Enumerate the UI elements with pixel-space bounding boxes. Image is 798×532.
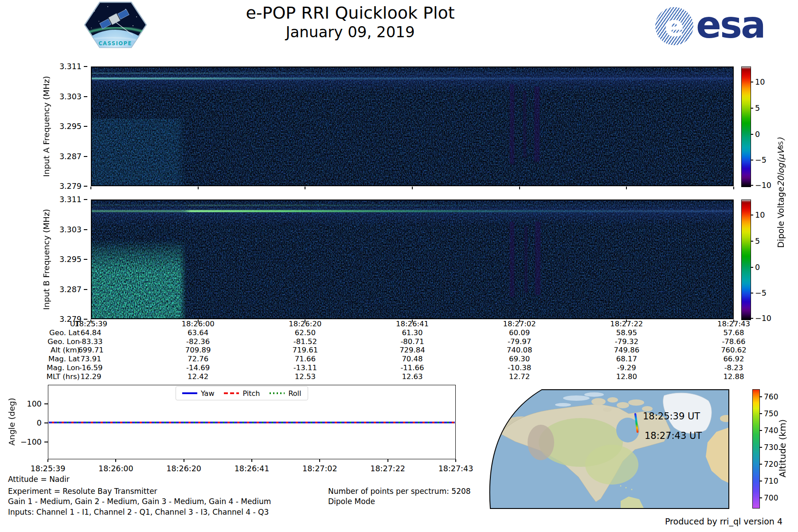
attitude-xtick-label: 18:26:41 (225, 464, 278, 473)
altitude-colorbar-tick-mark (759, 396, 762, 397)
attitude-xtick-label: 18:27:02 (293, 464, 346, 473)
dipole-colorbar-tick-label: −10 (755, 180, 782, 190)
ephemeris-cell: -10.38 (491, 364, 548, 372)
gains-annotation: Gain 1 - Medium, Gain 2 - Medium, Gain 3… (8, 497, 271, 506)
ephemeris-cell: 69.30 (491, 355, 548, 364)
dipole-colorbar-tick-mark (751, 215, 753, 215)
altitude-colorbar-tick-label: 700 (764, 493, 786, 503)
attitude-xtick-mark (184, 459, 184, 462)
freq-tick-label: 3.279 (47, 181, 82, 191)
ephemeris-cell: 12.88 (705, 372, 763, 381)
freq-tick-mark (84, 259, 87, 260)
altitude-colorbar-tick-mark (759, 497, 762, 498)
attitude-ytick-label: 100 (11, 399, 42, 409)
attitude-xtick-label: 18:25:39 (21, 464, 74, 473)
dipole-colorbar-tick-mark (751, 241, 753, 242)
ephemeris-cell: 12.80 (598, 372, 655, 381)
freq-tick-label: 3.287 (47, 285, 82, 294)
altitude-colorbar-tick-label: 750 (764, 409, 786, 419)
freq-tick-label: 3.311 (47, 62, 82, 71)
attitude-xtick-label: 18:26:20 (157, 464, 211, 473)
ephemeris-cell: 61.30 (383, 329, 441, 337)
ephemeris-cell: 58.95 (598, 329, 655, 337)
dipole-mode-annotation: Dipole Mode (328, 497, 375, 506)
attitude-xtick-label: 18:27:22 (361, 464, 415, 473)
ephemeris-cell: 760.62 (705, 346, 763, 355)
dipole-colorbar-tick-mark (751, 293, 753, 293)
dipole-colorbar-tick-label: −5 (755, 288, 782, 298)
dipole-colorbar-tick-mark (751, 267, 753, 268)
ephemeris-cell: 73.91 (62, 355, 120, 364)
dipole-colorbar-tick-label: 5 (755, 103, 782, 113)
ephemeris-cell: 18:27:22 (598, 320, 655, 329)
attitude-xtick-label: 18:26:00 (89, 464, 142, 473)
time-tick-mark (412, 187, 413, 189)
ephemeris-cell: 62.50 (276, 329, 334, 337)
freq-tick-mark (84, 199, 87, 200)
points-per-spectrum-annotation: Number of points per spectrum: 5208 (328, 487, 471, 496)
attitude-xtick-mark (387, 459, 388, 462)
altitude-colorbar-tick-label: 710 (764, 476, 786, 486)
ephemeris-cell: 12.53 (276, 372, 334, 381)
quicklook-plot-page: CASSIOPE e-POP RRI Quicklook Plot Januar… (0, 0, 798, 532)
attitude-annotation: Attitude = Nadir (8, 475, 70, 484)
ephemeris-cell: -80.71 (383, 337, 441, 346)
track-end-time-label: 18:27:43 UT (645, 430, 702, 441)
time-tick-mark (305, 187, 305, 189)
dipole-colorbar-tick-label: 0 (755, 262, 782, 272)
ephemeris-cell: 66.92 (705, 355, 763, 364)
altitude-colorbar-tick-label: 760 (764, 392, 786, 402)
altitude-colorbar-tick-label: 730 (764, 442, 786, 452)
attitude-ytick-label: 0 (11, 418, 42, 428)
time-tick-mark (733, 187, 734, 189)
attitude-zero-line (49, 422, 455, 423)
ephemeris-cell: 18:27:02 (491, 320, 548, 329)
ephemeris-cell: 57.68 (705, 329, 763, 337)
ephemeris-cell: 64.84 (62, 329, 120, 337)
time-tick-mark (519, 187, 520, 189)
attitude-ytick-label: −100 (11, 437, 42, 447)
ephemeris-cell: 740.08 (491, 346, 548, 355)
page-date: January 09, 2019 (151, 23, 550, 41)
produced-by-label: Produced by rri_ql version 4 (605, 517, 782, 526)
altitude-colorbar-tick-mark (759, 430, 762, 431)
dipole-colorbar-tick-mark (751, 185, 753, 186)
pitch-line-icon (224, 392, 239, 394)
legend-item-roll: Roll (270, 389, 301, 398)
ephemeris-cell: 18:26:00 (169, 320, 227, 329)
attitude-ytick-mark (44, 422, 48, 423)
legend-item-pitch: Pitch (224, 389, 260, 398)
ephemeris-cell: 70.48 (383, 355, 441, 364)
ephemeris-cell: 60.09 (491, 329, 548, 337)
dipole-colorbar-tick-label: −5 (755, 155, 782, 165)
freq-tick-label: 3.303 (47, 225, 82, 235)
ephemeris-cell: -82.36 (169, 337, 227, 346)
ephemeris-cell: 749.86 (598, 346, 655, 355)
ephemeris-cell: -9.29 (598, 364, 655, 372)
dipole-colorbar-tick-mark (751, 108, 753, 109)
page-title: e-POP RRI Quicklook Plot (151, 3, 550, 23)
freq-tick-mark (84, 66, 87, 67)
altitude-colorbar-tick-label: 740 (764, 426, 786, 435)
dipole-colorbar-label: Dipole Voltage 20log(μVBS) (775, 64, 786, 321)
dipole-colorbar-b (741, 200, 751, 320)
attitude-ytick-mark (44, 403, 48, 404)
dipole-colorbar-tick-label: 10 (755, 77, 782, 87)
inputs-annotation: Inputs: Channel 1 - I1, Channel 2 - Q1, … (8, 508, 269, 517)
freq-tick-mark (84, 96, 87, 97)
dipole-colorbar-tick-mark (751, 318, 753, 319)
dipole-colorbar-tick-label: 0 (755, 129, 782, 139)
attitude-xtick-mark (455, 459, 456, 462)
freq-tick-mark (84, 186, 87, 187)
dipole-colorbar-tick-mark (751, 82, 753, 82)
time-tick-mark (90, 187, 91, 189)
ephemeris-cell: 12.63 (383, 372, 441, 381)
freq-tick-mark (84, 156, 87, 157)
time-tick-mark (626, 187, 627, 189)
track-start-time-label: 18:25:39 UT (643, 411, 700, 422)
spectrogram-input-b (91, 200, 734, 319)
mission-patch-label: CASSIOPE (98, 40, 132, 47)
roll-line-icon (270, 392, 285, 394)
altitude-colorbar-tick-label: 720 (764, 459, 786, 469)
altitude-colorbar (752, 389, 760, 509)
